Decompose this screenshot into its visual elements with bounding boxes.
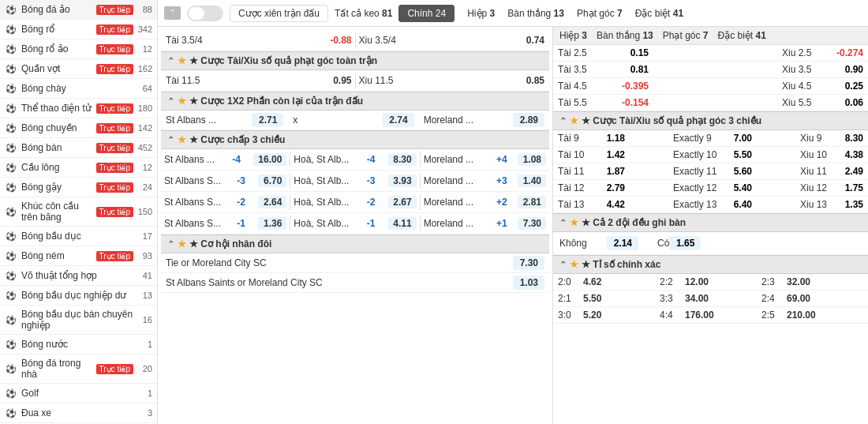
rp-pg3-tai[interactable]: Tài 9 [558, 133, 597, 144]
rp-pg3-xiu[interactable]: Xiu 12 [800, 182, 836, 193]
rh-dac-biet[interactable]: Đặc biệt 41 [718, 30, 766, 41]
rp-pg3-xiu[interactable]: Xiu 13 [800, 199, 836, 210]
back-button[interactable]: ⌃ [164, 6, 181, 20]
tai-cell[interactable]: Tài 3.5/4 -0.88 [166, 35, 352, 46]
top-nav: ⌃ Cược xiên trận đấu Tất cả keo 81 Chính… [158, 0, 868, 27]
chap3-cell2[interactable]: Hoà, St Alb... -4 8.30 [294, 153, 416, 166]
sport-name: Bóng ném [21, 250, 96, 261]
sidebar-item[interactable]: ⚽ Quần vợt Trực tiếp 162 [0, 59, 157, 79]
tiso-cell2[interactable]: 2:2 12.00 [660, 276, 761, 287]
tiso-cell2[interactable]: 4:4 176.00 [660, 310, 761, 321]
cohoi-row2[interactable]: St Albans Saints or Moreland City SC 1.0… [161, 273, 549, 293]
chap3-cell1[interactable]: St Albans S... -1 1.36 [164, 217, 286, 230]
st-albans-odds[interactable]: 2.71 [252, 113, 283, 127]
ban-thang-nav[interactable]: Bàn thắng 13 [507, 8, 564, 19]
chap3-cell2[interactable]: Hoà, St Alb... -2 2.67 [294, 196, 416, 208]
rp-pg3-xiu[interactable]: Xiu 11 [800, 166, 836, 177]
chap3-cell2[interactable]: Hoà, St Alb... -1 4.11 [294, 217, 416, 230]
rp-pg3-exactly[interactable]: Exactly 12 [673, 182, 724, 193]
collapse-chap3-icon[interactable]: ⌃ [167, 135, 174, 145]
rh-hiep[interactable]: Hiệp 3 [559, 30, 587, 41]
rp-pg3-xiu[interactable]: Xiu 10 [800, 149, 836, 160]
rp-pg3-exactly[interactable]: Exactly 13 [673, 199, 724, 210]
rp-pg3-xiu[interactable]: Xiu 9 [800, 133, 836, 144]
tat-ca-keo-label[interactable]: Tất cả keo 81 [335, 8, 392, 19]
co-odds[interactable]: 1.65 [669, 236, 701, 250]
sidebar-item[interactable]: ⚽ Bóng bàn Trực tiếp 452 [0, 138, 157, 158]
tiso-cell1[interactable]: 2:1 5.50 [558, 293, 660, 304]
tiso-cell2[interactable]: 3:3 34.00 [660, 293, 761, 304]
rp-pg3-tai[interactable]: Tài 13 [558, 199, 597, 210]
rp-phatgoc3-row: Tài 9 1.18 Exactly 9 7.00 Xiu 9 8.30 [553, 130, 868, 147]
rp-tiso-collapse-icon[interactable]: ⌃ [559, 260, 567, 270]
rp-pg3-exactly[interactable]: Exactly 10 [673, 149, 724, 160]
rp-tai-odds[interactable]: -0.154 [601, 97, 649, 108]
sidebar-item[interactable]: ⚽ Bóng bầu dục bán chuyên nghiệp 16 [0, 306, 157, 335]
sidebar-item[interactable]: ⚽ Đua xe 3 [0, 403, 157, 423]
chap3-cell3[interactable]: Moreland ... +3 1.40 [424, 174, 546, 187]
x-odds[interactable]: 2.74 [383, 113, 414, 127]
sidebar-item[interactable]: ⚽ Cầu lông Trực tiếp 12 [0, 158, 157, 178]
rh-ban-thang[interactable]: Bàn thắng 13 [597, 30, 653, 41]
chap3-cell1[interactable]: St Albans S... -2 2.64 [164, 196, 286, 208]
sidebar-item[interactable]: ⚽ Bóng bầu dục nghiệp dư 13 [0, 286, 157, 306]
rp-xiu-odds[interactable]: 0.90 [816, 64, 863, 75]
pgoc-tai-cell[interactable]: Tài 11.5 0.95 [166, 75, 352, 86]
chinh-button[interactable]: Chính 24 [398, 5, 455, 22]
chap3-cell1[interactable]: St Albans ... -4 16.00 [164, 153, 286, 166]
rp-xiu-odds[interactable]: 0.06 [816, 97, 863, 108]
collapse-1x2-icon[interactable]: ⌃ [167, 96, 174, 107]
rh-phat-goc[interactable]: Phạt góc 7 [663, 30, 709, 41]
chap3-cell3[interactable]: Moreland ... +2 2.81 [424, 196, 546, 208]
hiep-nav[interactable]: Hiệp 3 [467, 8, 495, 19]
tiso-cell1[interactable]: 3:0 5.20 [558, 310, 660, 321]
sidebar-item[interactable]: ⚽ Thể thao điện tử Trực tiếp 180 [0, 99, 157, 118]
sidebar-item[interactable]: ⚽ Bóng rổ ảo Trực tiếp 12 [0, 39, 157, 59]
sidebar-item[interactable]: ⚽ Bóng đá ảo Trực tiếp 88 [0, 0, 157, 20]
collapse-icon[interactable]: ⌃ [167, 56, 174, 66]
khong-odds[interactable]: 2.14 [607, 236, 638, 250]
pgoc-xiu-cell[interactable]: Xiu 11.5 0.85 [359, 75, 545, 86]
sidebar-item[interactable]: ⚽ Golf 1 [0, 384, 157, 403]
sidebar-item[interactable]: ⚽ Bóng đá trong nhà Trực tiếp 20 [0, 355, 157, 384]
tiso-cell3[interactable]: 2:5 210.00 [761, 310, 863, 321]
phat-goc-nav[interactable]: Phạt góc 7 [577, 8, 623, 19]
tiso-cell1[interactable]: 2:0 4.62 [558, 276, 660, 287]
rp-xiu-odds[interactable]: -0.274 [816, 47, 863, 58]
tiso-cell3[interactable]: 2:4 69.00 [761, 293, 863, 304]
rp-collapse-icon[interactable]: ⌃ [559, 116, 567, 126]
dac-biet-nav[interactable]: Đặc biệt 41 [635, 8, 683, 19]
toggle-switch[interactable] [187, 6, 223, 21]
sport-name: Golf [21, 388, 137, 399]
cohoi-row1[interactable]: Tie or Moreland City SC 7.30 [161, 253, 549, 273]
rp-pg3-exactly[interactable]: Exactly 11 [673, 166, 724, 177]
collapse-cohoi-icon[interactable]: ⌃ [167, 239, 174, 250]
sidebar-item[interactable]: ⚽ Bóng nước 1 [0, 335, 157, 355]
rp-tai-odds[interactable]: -0.395 [601, 81, 649, 92]
sidebar-item[interactable]: ⚽ Bóng gậy Trực tiếp 24 [0, 178, 157, 197]
rp-tai-xiu-row: Tài 5.5 -0.154 Xiu 5.5 0.06 [553, 95, 868, 111]
xiu-cell[interactable]: Xiu 3.5/4 0.74 [359, 35, 545, 46]
sidebar-item[interactable]: ⚽ Bóng ném Trực tiếp 93 [0, 246, 157, 266]
rp-xiu-odds[interactable]: 0.25 [816, 81, 863, 92]
rp-tai-odds[interactable]: 0.81 [601, 64, 649, 75]
rp-pg3-tai[interactable]: Tài 12 [558, 182, 597, 193]
sidebar-item[interactable]: ⚽ Võ thuật tổng hợp 41 [0, 266, 157, 286]
chap3-cell3[interactable]: Moreland ... +4 1.08 [424, 153, 546, 166]
sidebar-item[interactable]: ⚽ Bóng chày 64 [0, 79, 157, 99]
sidebar-item[interactable]: ⚽ Khúc côn cầu trên băng Trực tiếp 150 [0, 197, 157, 227]
chap3-cell3[interactable]: Moreland ... +1 7.30 [424, 217, 546, 230]
rp-tai-odds[interactable]: 0.15 [601, 47, 649, 58]
chap3-cell2[interactable]: Hoà, St Alb... -3 3.93 [294, 174, 416, 187]
cuoc-xien-button[interactable]: Cược xiên trận đấu [230, 5, 328, 22]
tiso-cell3[interactable]: 2:3 32.00 [761, 276, 863, 287]
sidebar-item[interactable]: ⚽ Bóng bầu dục 17 [0, 227, 157, 246]
moreland-odds[interactable]: 2.89 [513, 113, 544, 127]
rp-pg3-exactly[interactable]: Exactly 9 [673, 133, 724, 144]
rp-pg3-tai[interactable]: Tài 11 [558, 166, 597, 177]
rp-ca2doi-collapse-icon[interactable]: ⌃ [559, 218, 567, 228]
sidebar-item[interactable]: ⚽ Bóng chuyền Trực tiếp 142 [0, 118, 157, 138]
chap3-cell1[interactable]: St Albans S... -3 6.70 [164, 174, 286, 187]
sidebar-item[interactable]: ⚽ Bóng rổ Trực tiếp 342 [0, 20, 157, 39]
rp-pg3-tai[interactable]: Tài 10 [558, 149, 597, 160]
